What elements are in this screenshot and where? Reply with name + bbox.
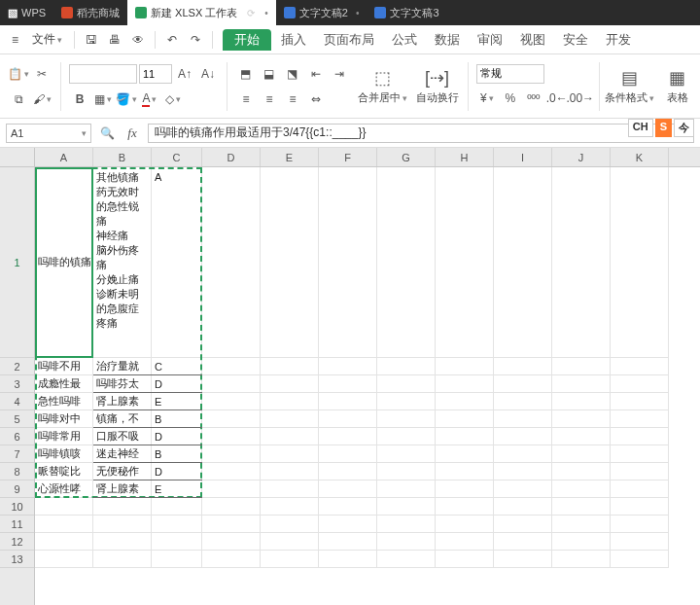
format-painter-icon[interactable]: 🖌▾ xyxy=(31,89,52,110)
cell[interactable] xyxy=(377,167,436,358)
cell[interactable] xyxy=(552,167,611,358)
print-icon[interactable]: 🖶 xyxy=(104,29,125,51)
col-header[interactable]: D xyxy=(202,148,261,166)
indent-decrease-icon[interactable]: ⇤ xyxy=(305,63,327,85)
row-header[interactable]: 8 xyxy=(0,463,34,480)
col-header[interactable]: A xyxy=(35,148,93,166)
font-size-combo[interactable] xyxy=(139,64,172,84)
select-all-corner[interactable] xyxy=(0,148,34,167)
merge-across-icon[interactable]: ⇔ xyxy=(305,89,327,110)
cell[interactable]: 急性吗啡 xyxy=(35,393,93,410)
row-header[interactable]: 5 xyxy=(0,410,34,428)
tab-doc2[interactable]: 文字文稿2 • xyxy=(276,0,368,25)
tab-xlsx[interactable]: 新建 XLSX 工作表 ⟳ • xyxy=(127,0,276,25)
col-header[interactable]: E xyxy=(261,148,319,166)
col-header[interactable]: K xyxy=(611,148,669,166)
col-header[interactable]: J xyxy=(552,148,611,166)
cell[interactable]: 迷走神经 xyxy=(93,445,152,463)
col-header[interactable]: F xyxy=(319,148,377,166)
cell[interactable] xyxy=(261,167,319,358)
cell[interactable] xyxy=(202,167,261,358)
tab-dev[interactable]: 开发 xyxy=(598,25,639,54)
number-format-combo[interactable] xyxy=(476,64,544,84)
cell[interactable]: 成瘾性最 xyxy=(35,375,93,393)
tab-insert[interactable]: 插入 xyxy=(273,25,314,54)
conditional-format-button[interactable]: ▤ 条件格式▾ xyxy=(604,59,656,114)
copy-icon[interactable]: ⧉ xyxy=(8,89,29,110)
font-family-combo[interactable] xyxy=(69,64,137,84)
font-color-icon[interactable]: A▾ xyxy=(139,89,160,110)
row-header[interactable]: 13 xyxy=(0,551,34,568)
align-middle-icon[interactable]: ⬓ xyxy=(259,63,280,85)
col-header[interactable]: G xyxy=(377,148,436,166)
align-bottom-icon[interactable]: ⬔ xyxy=(282,63,303,85)
cell[interactable]: 无便秘作 xyxy=(93,463,152,480)
cell[interactable]: E xyxy=(152,393,202,410)
bold-icon[interactable]: B xyxy=(69,89,90,110)
cell[interactable]: B xyxy=(152,445,202,463)
cell[interactable]: 吗啡的镇痛 xyxy=(35,167,93,358)
cell[interactable]: D xyxy=(152,375,202,393)
cell[interactable]: 肾上腺素 xyxy=(93,393,152,410)
col-header[interactable]: I xyxy=(494,148,552,166)
col-header[interactable]: H xyxy=(436,148,494,166)
cell[interactable]: 吗啡芬太 xyxy=(93,375,152,393)
cell[interactable]: 口服不吸 xyxy=(93,428,152,445)
row-header[interactable]: 12 xyxy=(0,533,34,551)
name-box[interactable]: A1▾ xyxy=(6,124,91,143)
row-header[interactable]: 10 xyxy=(0,498,34,516)
row-header[interactable]: 2 xyxy=(0,358,34,375)
cell[interactable]: B xyxy=(152,410,202,428)
cell[interactable]: 哌替啶比 xyxy=(35,463,93,480)
row-header[interactable]: 4 xyxy=(0,393,34,410)
cell[interactable] xyxy=(611,167,669,358)
currency-icon[interactable]: ¥▾ xyxy=(476,88,498,109)
tab-data[interactable]: 数据 xyxy=(427,25,468,54)
border-icon[interactable]: ▦▾ xyxy=(92,89,114,110)
wrap-text-button[interactable]: [⇢] 自动换行 xyxy=(410,59,463,114)
hamburger-icon[interactable]: ≡ xyxy=(6,33,24,47)
table-style-button[interactable]: ▦ 表格 xyxy=(658,59,696,114)
cell-style-icon[interactable]: ◇▾ xyxy=(162,89,184,110)
col-header[interactable]: B xyxy=(93,148,152,166)
tab-layout[interactable]: 页面布局 xyxy=(316,25,382,54)
tab-formula[interactable]: 公式 xyxy=(384,25,425,54)
align-top-icon[interactable]: ⬒ xyxy=(235,63,257,85)
save-icon[interactable]: 🖫 xyxy=(81,29,102,51)
cell[interactable]: 心源性哮 xyxy=(35,480,93,498)
tab-review[interactable]: 审阅 xyxy=(470,25,510,54)
cell[interactable]: E xyxy=(152,480,202,498)
cell[interactable]: D xyxy=(152,463,202,480)
percent-icon[interactable]: % xyxy=(500,88,521,109)
cell[interactable]: 治疗量就 xyxy=(93,358,152,375)
file-menu[interactable]: 文件▾ xyxy=(26,31,68,48)
comma-icon[interactable]: ººº xyxy=(523,88,544,109)
redo-icon[interactable]: ↷ xyxy=(185,29,206,51)
align-left-icon[interactable]: ≡ xyxy=(235,89,257,110)
cell[interactable]: D xyxy=(152,428,202,445)
cells-area[interactable]: 吗啡的镇痛 其他镇痛药无效时的急性锐痛 神经痛 脑外伤疼痛 分娩止痛 诊断未明的… xyxy=(35,167,700,568)
cut-icon[interactable]: ✂ xyxy=(31,63,52,85)
cell[interactable]: 吗啡常用 xyxy=(35,428,93,445)
row-header[interactable]: 6 xyxy=(0,428,34,445)
fill-color-icon[interactable]: 🪣▾ xyxy=(116,89,137,110)
row-header[interactable]: 7 xyxy=(0,445,34,463)
row-header[interactable]: 9 xyxy=(0,480,34,498)
align-right-icon[interactable]: ≡ xyxy=(282,89,303,110)
tab-view[interactable]: 视图 xyxy=(512,25,553,54)
row-header[interactable]: 11 xyxy=(0,516,34,533)
sync-icon[interactable]: ⟳ xyxy=(245,7,257,18)
increase-font-icon[interactable]: A↑ xyxy=(174,63,195,85)
tab-doc3[interactable]: 文字文稿3 xyxy=(367,0,446,25)
align-center-icon[interactable]: ≡ xyxy=(259,89,280,110)
row-header[interactable]: 3 xyxy=(0,375,34,393)
cell[interactable]: 吗啡对中 xyxy=(35,410,93,428)
cell[interactable] xyxy=(319,167,377,358)
tab-docer[interactable]: 稻壳商城 xyxy=(53,0,127,25)
cell[interactable]: 肾上腺素 xyxy=(93,480,152,498)
undo-icon[interactable]: ↶ xyxy=(161,29,183,51)
increase-decimal-icon[interactable]: .00→ xyxy=(570,88,591,109)
decrease-font-icon[interactable]: A↓ xyxy=(197,63,219,85)
cell[interactable]: 其他镇痛药无效时的急性锐痛 神经痛 脑外伤疼痛 分娩止痛 诊断未明的急腹症疼痛 xyxy=(93,167,152,358)
indent-increase-icon[interactable]: ⇥ xyxy=(329,63,350,85)
